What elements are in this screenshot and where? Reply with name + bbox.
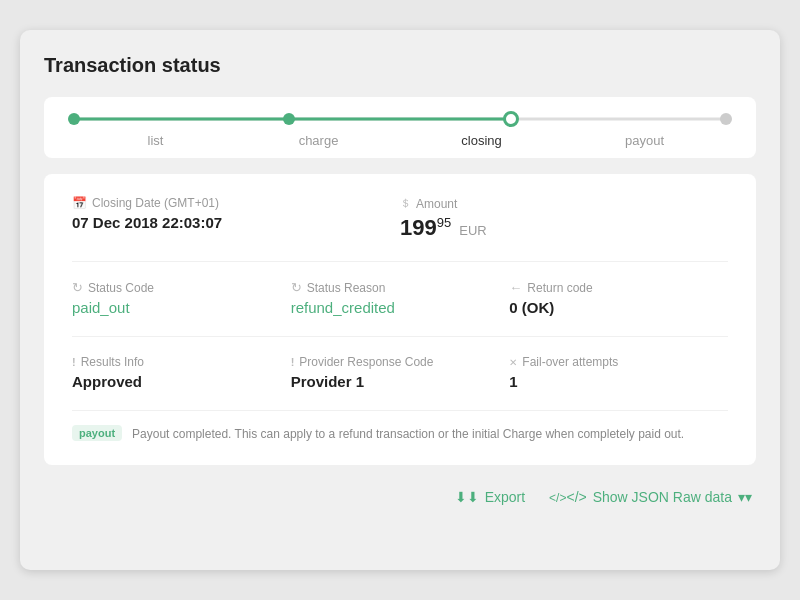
results-info-block: Results Info Approved <box>72 355 291 390</box>
download-icon: ⬇ <box>455 489 479 505</box>
main-container: Transaction status list charge closing p… <box>20 30 780 570</box>
dollar-icon <box>400 196 411 211</box>
status-reason-label: Status Reason <box>291 280 510 295</box>
status-code-label: Status Code <box>72 280 291 295</box>
details-row-1: Closing Date (GMT+01) 07 Dec 2018 22:03:… <box>72 196 728 241</box>
chevron-down-icon: ▾ <box>738 489 752 505</box>
step-label-charge: charge <box>237 133 400 148</box>
provider-response-label: Provider Response Code <box>291 355 510 369</box>
calendar-icon <box>72 196 87 210</box>
step-dot-charge <box>283 113 295 125</box>
step-label-closing: closing <box>400 133 563 148</box>
export-button[interactable]: ⬇ Export <box>455 489 525 505</box>
results-info-label: Results Info <box>72 355 291 369</box>
page-title: Transaction status <box>44 54 756 77</box>
status-reason-value: refund_credited <box>291 299 510 316</box>
step-dot-list <box>68 113 80 125</box>
progress-labels: list charge closing payout <box>74 133 726 148</box>
details-row-2: Status Code paid_out Status Reason refun… <box>72 280 728 316</box>
json-raw-data-button[interactable]: </> Show JSON Raw data ▾ <box>549 489 752 505</box>
failover-label: Fail-over attempts <box>509 355 728 369</box>
amount-value: 19995 EUR <box>400 215 728 241</box>
row-divider-2 <box>72 336 728 337</box>
code-icon: </> <box>549 489 587 505</box>
return-code-value: 0 (OK) <box>509 299 728 316</box>
closing-date-label: Closing Date (GMT+01) <box>72 196 400 210</box>
payout-notice: payout Payout completed. This can apply … <box>72 410 728 443</box>
refresh-icon-2 <box>291 280 302 295</box>
progress-section: list charge closing payout <box>44 97 756 158</box>
provider-response-block: Provider Response Code Provider 1 <box>291 355 510 390</box>
row-divider-1 <box>72 261 728 262</box>
info-icon-2 <box>291 355 295 369</box>
return-code-block: Return code 0 (OK) <box>509 280 728 316</box>
closing-date-block: Closing Date (GMT+01) 07 Dec 2018 22:03:… <box>72 196 400 231</box>
step-label-list: list <box>74 133 237 148</box>
status-code-value: paid_out <box>72 299 291 316</box>
amount-block: Amount 19995 EUR <box>400 196 728 241</box>
status-code-block: Status Code paid_out <box>72 280 291 316</box>
amount-label: Amount <box>400 196 728 211</box>
arrow-left-icon <box>509 280 522 295</box>
provider-response-value: Provider 1 <box>291 373 510 390</box>
results-info-value: Approved <box>72 373 291 390</box>
progress-track <box>74 115 726 123</box>
x-icon <box>509 355 517 369</box>
closing-date-value: 07 Dec 2018 22:03:07 <box>72 214 400 231</box>
info-icon <box>72 355 76 369</box>
failover-block: Fail-over attempts 1 <box>509 355 728 390</box>
step-dot-payout <box>720 113 732 125</box>
status-reason-block: Status Reason refund_credited <box>291 280 510 316</box>
refresh-icon <box>72 280 83 295</box>
payout-badge: payout <box>72 425 122 441</box>
payout-text: Payout completed. This can apply to a re… <box>132 425 684 443</box>
progress-line-fill <box>74 118 517 121</box>
footer: ⬇ Export </> Show JSON Raw data ▾ <box>44 481 756 505</box>
return-code-label: Return code <box>509 280 728 295</box>
step-label-payout: payout <box>563 133 726 148</box>
failover-value: 1 <box>509 373 728 390</box>
details-card: Closing Date (GMT+01) 07 Dec 2018 22:03:… <box>44 174 756 465</box>
step-dot-closing <box>503 111 519 127</box>
details-row-3: Results Info Approved Provider Response … <box>72 355 728 390</box>
